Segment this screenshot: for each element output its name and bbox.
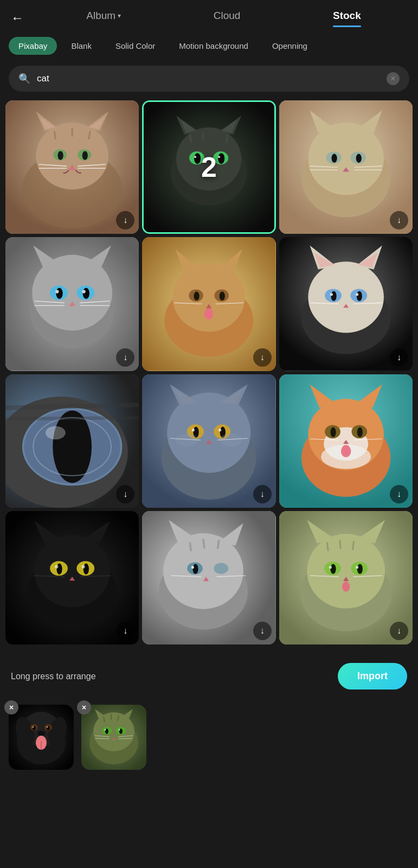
- svg-point-10: [82, 151, 88, 159]
- arrange-hint: Long press to arrange: [11, 672, 96, 681]
- selected-item-1[interactable]: ×: [9, 705, 74, 770]
- svg-point-44: [356, 154, 361, 163]
- svg-point-90: [330, 293, 333, 296]
- svg-point-59: [55, 290, 59, 293]
- svg-line-34: [203, 132, 203, 140]
- svg-point-159: [214, 563, 229, 574]
- svg-point-145: [83, 563, 89, 575]
- grid-item-2[interactable]: 2: [142, 100, 275, 234]
- search-input[interactable]: [37, 73, 380, 84]
- grid-item-11[interactable]: ↓: [142, 511, 275, 644]
- selected-image-2: [81, 705, 146, 770]
- svg-point-76: [204, 309, 213, 320]
- selected-items-row: ×: [0, 699, 418, 781]
- svg-point-175: [329, 566, 332, 569]
- grid-item-8[interactable]: ↓: [142, 374, 275, 508]
- svg-point-158: [191, 566, 194, 569]
- svg-point-57: [56, 288, 62, 299]
- subtab-solid-color[interactable]: Solid Color: [106, 37, 165, 55]
- svg-line-102: [5, 405, 139, 407]
- download-button-8[interactable]: ↓: [253, 485, 272, 503]
- grid-item-5[interactable]: ↓: [142, 237, 275, 371]
- subtab-pixabay[interactable]: Pixabay: [9, 37, 57, 55]
- grid-item-3[interactable]: ↓: [279, 100, 413, 234]
- svg-line-164: [203, 539, 204, 548]
- svg-point-29: [218, 153, 225, 164]
- svg-point-116: [218, 429, 221, 431]
- svg-point-81: [308, 261, 384, 333]
- svg-line-163: [190, 542, 191, 551]
- svg-line-103: [5, 418, 139, 419]
- svg-point-207: [105, 729, 106, 731]
- svg-point-101: [46, 426, 66, 439]
- svg-point-146: [55, 565, 58, 569]
- grid-item-6[interactable]: ↓: [279, 237, 413, 371]
- grid-item-7[interactable]: ↓: [5, 374, 139, 508]
- grid-item-9[interactable]: ↓: [279, 374, 413, 508]
- svg-line-16: [54, 131, 55, 139]
- sub-tabs: Pixabay Blank Solid Color Motion backgro…: [0, 31, 418, 60]
- download-button-5[interactable]: ↓: [253, 348, 272, 367]
- svg-point-58: [83, 288, 89, 299]
- svg-point-174: [357, 564, 362, 573]
- subtab-opening[interactable]: Openning: [262, 37, 317, 55]
- svg-point-73: [194, 292, 200, 301]
- svg-point-89: [356, 291, 362, 301]
- svg-point-178: [342, 582, 350, 591]
- svg-point-74: [220, 292, 225, 301]
- svg-point-98: [53, 410, 92, 482]
- image-grid: ↓: [0, 100, 418, 644]
- svg-point-195: [37, 731, 45, 736]
- svg-point-30: [194, 156, 196, 158]
- svg-point-194: [47, 726, 48, 728]
- dropdown-arrow-icon: ▾: [118, 12, 121, 20]
- svg-point-38: [308, 123, 384, 195]
- nav-tabs: Album ▾ Cloud Stock: [40, 10, 407, 26]
- svg-point-193: [33, 726, 34, 728]
- search-bar: 🔍 ×: [9, 66, 409, 92]
- svg-point-173: [330, 564, 336, 573]
- import-button[interactable]: Import: [338, 663, 407, 690]
- svg-point-168: [307, 534, 385, 609]
- grid-item-10[interactable]: ↓: [5, 511, 139, 644]
- subtab-blank[interactable]: Blank: [61, 37, 101, 55]
- svg-point-28: [194, 153, 201, 164]
- header: ← Album ▾ Cloud Stock: [0, 0, 418, 31]
- download-button-9[interactable]: ↓: [390, 485, 408, 503]
- svg-point-147: [82, 565, 85, 569]
- tab-album[interactable]: Album ▾: [86, 10, 121, 26]
- download-button-4[interactable]: ↓: [116, 348, 134, 367]
- svg-point-131: [330, 427, 336, 437]
- svg-point-43: [331, 154, 337, 163]
- selected-item-2[interactable]: ×: [81, 705, 146, 770]
- svg-point-91: [356, 293, 358, 296]
- grid-item-12[interactable]: ↓: [279, 511, 413, 644]
- svg-point-157: [193, 564, 198, 573]
- download-button-11[interactable]: ↓: [253, 622, 272, 640]
- svg-point-68: [173, 263, 245, 332]
- svg-line-179: [327, 542, 328, 551]
- svg-point-208: [119, 729, 120, 731]
- svg-point-132: [357, 427, 362, 437]
- tab-cloud[interactable]: Cloud: [214, 10, 241, 26]
- svg-point-31: [218, 156, 221, 158]
- grid-item-4[interactable]: ↓: [5, 237, 139, 371]
- search-icon: 🔍: [18, 73, 30, 85]
- svg-point-134: [341, 445, 351, 457]
- svg-point-88: [331, 291, 336, 301]
- subtab-motion-background[interactable]: Motion background: [169, 37, 258, 55]
- back-button[interactable]: ←: [11, 11, 24, 24]
- svg-point-115: [192, 429, 195, 431]
- clear-search-button[interactable]: ×: [387, 72, 400, 85]
- svg-point-139: [34, 535, 110, 607]
- svg-line-18: [89, 131, 90, 139]
- tab-stock[interactable]: Stock: [333, 10, 361, 26]
- grid-item-1[interactable]: ↓: [5, 100, 139, 234]
- download-button-6[interactable]: ↓: [390, 348, 408, 367]
- svg-line-180: [340, 540, 340, 548]
- svg-point-144: [56, 563, 62, 575]
- svg-line-165: [218, 540, 219, 548]
- svg-point-9: [57, 151, 63, 159]
- svg-point-60: [82, 290, 86, 293]
- svg-point-176: [356, 566, 358, 569]
